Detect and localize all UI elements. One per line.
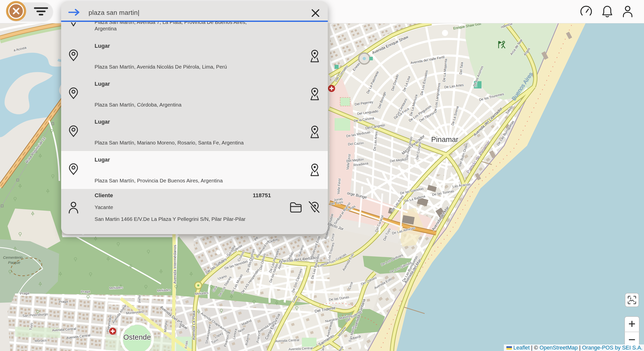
svg-text:Meliades: Meliades xyxy=(157,288,171,293)
svg-text:Avenida Intermédanos: Avenida Intermédanos xyxy=(173,245,177,284)
svg-text:Praga: Praga xyxy=(81,289,90,294)
svg-text:paña: paña xyxy=(137,295,141,303)
svg-text:Praga: Praga xyxy=(59,299,68,304)
svg-text:Tuyú: Tuyú xyxy=(29,323,33,330)
svg-text:Praga: Praga xyxy=(20,291,29,295)
svg-text:Monaco: Monaco xyxy=(34,338,47,343)
svg-text:Avenida La Plata: Avenida La Plata xyxy=(191,311,196,340)
svg-text:Cementerio: Cementerio xyxy=(3,255,23,260)
svg-text:Pinamar: Pinamar xyxy=(431,135,458,143)
svg-text:Parque: Parque xyxy=(8,260,20,265)
svg-text:Meliades: Meliades xyxy=(109,286,123,290)
svg-text:Frías: Frías xyxy=(184,340,189,348)
svg-text:Ostende: Ostende xyxy=(123,333,151,341)
